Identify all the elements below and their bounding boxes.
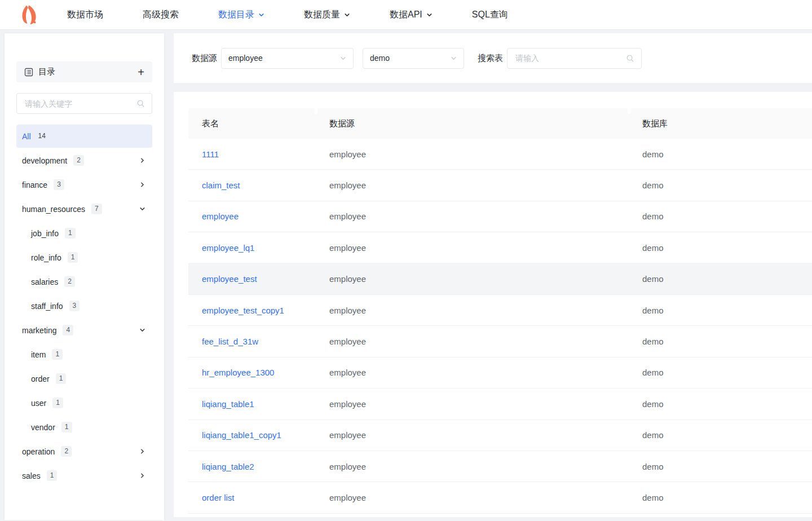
count-badge: 4	[63, 325, 73, 335]
cell-datasource: employee	[316, 139, 629, 170]
cell-database: demo	[629, 264, 812, 295]
page-content: 目录 + All14development2finance3human_reso…	[0, 30, 812, 517]
cell-datasource: employee	[316, 451, 629, 482]
cell-datasource: employee	[316, 264, 629, 295]
table-name-link[interactable]: liqiang_table2	[202, 462, 254, 471]
top-navbar: 数据市场高级搜索数据目录数据质量数据APISQL查询	[0, 0, 812, 30]
table-name-link[interactable]: employee_test	[202, 274, 257, 284]
nav-item-label: SQL查询	[472, 9, 508, 21]
tables-table: 表名 数据源 数据库 1111employeedemoclaim_testemp…	[188, 108, 812, 514]
table-name-link[interactable]: liqiang_table1	[202, 399, 254, 409]
table-header: 表名 数据源 数据库	[188, 108, 812, 139]
sidebar-item-sales[interactable]: sales1	[16, 464, 152, 487]
chevron-down-icon	[139, 327, 145, 333]
table-card: 表名 数据源 数据库 1111employeedemoclaim_testemp…	[174, 92, 812, 517]
table-row: employeeemployeedemo	[188, 201, 812, 232]
nav-item-label: 高级搜索	[143, 9, 179, 21]
cell-datasource: employee	[316, 326, 629, 357]
datasource-select[interactable]: employee	[221, 48, 354, 69]
chevron-down-icon	[344, 12, 350, 18]
table-name-link[interactable]: employee	[202, 211, 239, 221]
chevron-down-icon	[340, 55, 346, 61]
chevron-right-icon	[139, 473, 145, 479]
table-row: employee_lq1employeedemo	[188, 232, 812, 263]
cell-table-name: order list	[188, 482, 316, 513]
table-row: liqiang_table2employeedemo	[188, 451, 812, 482]
sidebar-item-label: role_info	[31, 253, 61, 262]
cell-table-name: 1111	[188, 139, 316, 170]
nav-item-0[interactable]: 数据市场	[67, 9, 103, 21]
nav-item-3[interactable]: 数据质量	[304, 9, 350, 21]
sidebar-item-operation[interactable]: operation2	[16, 440, 152, 463]
chevron-down-icon	[426, 12, 433, 18]
add-catalog-button[interactable]: +	[138, 67, 144, 78]
cell-database: demo	[629, 420, 812, 451]
sidebar-item-development[interactable]: development2	[16, 149, 152, 172]
count-badge: 2	[64, 276, 75, 286]
datasource-select-value: employee	[228, 54, 263, 63]
table-row: fee_list_d_31wemployeedemo	[188, 326, 812, 357]
sidebar-item-label: marketing	[22, 326, 56, 335]
cell-table-name: liqiang_table1	[188, 388, 316, 420]
column-header-database: 数据库	[629, 108, 812, 139]
table-name-link[interactable]: employee_lq1	[202, 243, 254, 253]
cell-datasource: employee	[316, 388, 629, 420]
chevron-down-icon	[258, 12, 264, 18]
count-badge: 1	[47, 470, 58, 480]
sidebar-item-label: user	[31, 399, 46, 408]
cell-database: demo	[629, 388, 812, 420]
cell-datasource: employee	[316, 170, 629, 201]
sidebar-item-staff-info[interactable]: staff_info3	[16, 294, 152, 317]
count-badge: 1	[52, 398, 63, 408]
nav-item-4[interactable]: 数据API	[390, 9, 433, 21]
table-search-input[interactable]	[514, 53, 626, 63]
count-badge: 14	[37, 131, 49, 141]
database-select[interactable]: demo	[363, 48, 464, 69]
search-icon	[626, 54, 634, 63]
nav-item-2[interactable]: 数据目录	[218, 9, 264, 21]
table-row: hr_employee_1300employeedemo	[188, 357, 812, 388]
app-logo[interactable]	[19, 3, 40, 27]
table-name-link[interactable]: liqiang_table1_copy1	[202, 430, 281, 440]
table-name-link[interactable]: claim_test	[202, 180, 240, 190]
sidebar-item-label: vendor	[31, 423, 55, 432]
chevron-right-icon	[139, 157, 145, 164]
database-select-value: demo	[370, 54, 390, 63]
sidebar-item-user[interactable]: user1	[16, 391, 152, 414]
count-badge: 1	[52, 349, 63, 359]
count-badge: 7	[91, 204, 102, 214]
sidebar-item-label: operation	[22, 447, 55, 456]
cell-datasource: employee	[316, 420, 629, 451]
count-badge: 1	[61, 422, 72, 432]
sidebar-item-vendor[interactable]: vendor1	[16, 416, 152, 439]
table-name-link[interactable]: fee_list_d_31w	[202, 337, 258, 346]
sidebar-item-order[interactable]: order1	[16, 367, 152, 390]
catalog-search-input[interactable]	[24, 99, 136, 109]
nav-item-1[interactable]: 高级搜索	[143, 9, 179, 21]
catalog-header: 目录 +	[16, 61, 152, 82]
table-name-link[interactable]: employee_test_copy1	[202, 306, 284, 315]
sidebar-item-job-info[interactable]: job_info1	[16, 222, 152, 245]
main-panel: 数据源 employee demo 搜索表	[174, 33, 812, 517]
sidebar-item-finance[interactable]: finance3	[16, 173, 152, 196]
sidebar-item-all[interactable]: All14	[16, 125, 152, 148]
cell-datasource: employee	[316, 482, 629, 513]
sidebar-item-marketing[interactable]: marketing4	[16, 319, 152, 342]
table-name-link[interactable]: hr_employee_1300	[202, 368, 274, 377]
table-row: liqiang_table1employeedemo	[188, 388, 812, 420]
table-name-link[interactable]: 1111	[202, 149, 219, 159]
table-name-link[interactable]: order list	[202, 493, 235, 502]
search-icon	[136, 99, 145, 108]
cell-datasource: employee	[316, 232, 629, 263]
datasource-label: 数据源	[192, 53, 217, 64]
sidebar-item-role-info[interactable]: role_info1	[16, 246, 152, 269]
nav-item-5[interactable]: SQL查询	[472, 9, 508, 21]
sidebar-item-salaries[interactable]: salaries2	[16, 270, 152, 293]
table-row: order listemployeedemo	[188, 482, 812, 513]
sidebar-item-label: job_info	[31, 229, 59, 238]
section-gap	[174, 83, 812, 92]
sidebar-item-item[interactable]: item1	[16, 343, 152, 366]
sidebar-item-human-resources[interactable]: human_resources7	[16, 197, 152, 220]
table-row: 1111employeedemo	[188, 139, 812, 170]
cell-database: demo	[629, 170, 812, 201]
